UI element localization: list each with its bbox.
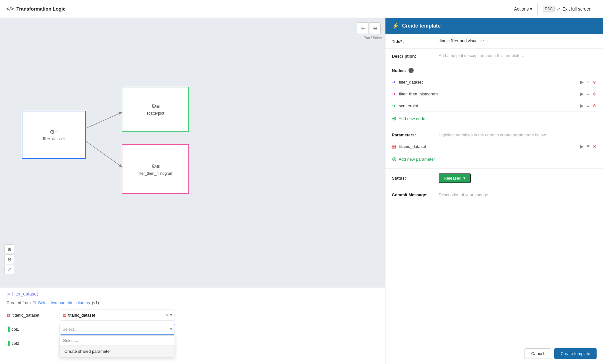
actions-label: Actions	[514, 6, 529, 12]
title-field-row: Title* : titanic filter and visualize	[385, 34, 603, 49]
nodes-label-text: Nodes:	[392, 68, 406, 73]
param-value-titanic: ▦ titanic_dataset × ▾	[60, 310, 175, 320]
status-chevron-icon: ▾	[463, 176, 466, 181]
bar-icon-col2: ▐	[6, 341, 10, 346]
param-label-col1: col1	[12, 327, 19, 332]
node-filter-actions: ▶ ≡ ⊗	[580, 79, 597, 85]
param-label-titanic: titanic_dataset	[12, 313, 39, 318]
node-arrow-pink: ➜	[392, 91, 396, 96]
zoom-out-button[interactable]: ⊖	[4, 255, 14, 264]
svg-line-0	[86, 112, 122, 128]
param-name-col1: ▐ col1	[6, 327, 54, 332]
create-shared-param-label: Create shared parameter	[64, 349, 111, 354]
status-label: Status:	[392, 176, 434, 181]
svg-line-1	[86, 141, 122, 167]
bottom-panel-header: ➜ filter_dataset	[6, 291, 379, 296]
col1-chevron-icon: ▾	[170, 327, 172, 331]
param-titanic-actions: ▶ ≡ ⊗	[580, 144, 597, 149]
titanic-value-text: titanic_dataset	[68, 313, 95, 318]
add-param-plus-icon: ⊕	[392, 156, 397, 163]
topbar-right: Actions ▾ ESC ⤢ Exit full screen	[509, 4, 597, 14]
node-scatter-actions: ▶ ≡ ⊗	[580, 103, 597, 108]
created-from-prefix: Created from	[6, 300, 31, 305]
node-histogram-menu-icon[interactable]: ≡	[587, 91, 590, 96]
zoom-in-button[interactable]: ⊕	[4, 244, 14, 254]
add-param-label: Add new parameter	[399, 157, 435, 162]
param-label-col2: col2	[12, 341, 19, 346]
parameters-hint: Highlight variables in the code to creat…	[439, 133, 546, 137]
created-from-row: Created from ⊡ Select two numeric column…	[6, 300, 379, 305]
node-arrow-blue: ➜	[392, 79, 396, 85]
main-layout: ✛ ⊕ Pan / Select ⚙≡ filter_dataset ⚙≡ sc…	[0, 18, 603, 364]
description-placeholder: Add a helpful description about this tem…	[439, 53, 524, 58]
select-tool-button[interactable]: ⊕	[369, 22, 381, 34]
table-icon-sm: ▦	[62, 313, 66, 318]
created-from-link[interactable]: Select two numeric columns	[38, 300, 90, 305]
col1-dropdown-search[interactable]	[60, 336, 175, 346]
zoom-fit-button[interactable]: ⤢	[4, 265, 14, 274]
add-node-label: Add new node	[399, 116, 425, 121]
node-scatter-expand-icon[interactable]: ▶	[580, 103, 584, 108]
titanic-select[interactable]: ▦ titanic_dataset × ▾	[60, 310, 175, 320]
esc-badge: ESC	[543, 6, 555, 12]
nodes-info-icon: i	[409, 68, 414, 73]
titanic-select-actions: × ▾	[165, 312, 172, 318]
node-list-name-histogram: filter_then_histogram	[399, 92, 577, 96]
node-scatter-remove-icon[interactable]: ⊗	[593, 103, 597, 108]
title-value: titanic filter and visualize	[439, 38, 597, 43]
node-arrow-green: ➜	[392, 103, 396, 108]
exit-fullscreen-button[interactable]: ESC ⤢ Exit full screen	[537, 4, 597, 14]
cancel-button[interactable]: Cancel	[525, 348, 551, 359]
node-histogram-expand-icon[interactable]: ▶	[580, 91, 584, 96]
created-from-version: (v1)	[92, 300, 99, 305]
node-filter-dataset[interactable]: ⚙≡ filter_dataset	[22, 111, 86, 159]
create-template-button[interactable]: Create template	[554, 348, 597, 359]
node-histogram-remove-icon[interactable]: ⊗	[593, 91, 597, 96]
params-header: Parameters: Highlight variables in the c…	[392, 133, 597, 137]
topbar: </> Transformation Logic Actions ▾ ESC ⤢…	[0, 0, 603, 18]
node-filter-menu-icon[interactable]: ≡	[587, 79, 590, 85]
topbar-title: </> Transformation Logic	[6, 6, 66, 12]
right-panel-footer: Cancel Create template	[385, 343, 603, 364]
canvas-area[interactable]: ✛ ⊕ Pan / Select ⚙≡ filter_dataset ⚙≡ sc…	[0, 18, 385, 364]
commit-placeholder: Description of your change...	[439, 192, 491, 197]
status-value: Released	[444, 176, 461, 181]
param-list-name-titanic: titanic_dataset	[399, 144, 577, 149]
filter-histogram-icon: ⚙≡	[151, 163, 160, 170]
param-titanic-remove-icon[interactable]: ⊗	[593, 144, 597, 149]
right-panel-body: Title* : titanic filter and visualize De…	[385, 34, 603, 343]
active-node-indicator: ➜ filter_dataset	[6, 291, 38, 296]
create-shared-param-option[interactable]: Create shared parameter	[60, 346, 175, 357]
param-titanic-expand-icon[interactable]: ▶	[580, 144, 584, 149]
actions-button[interactable]: Actions ▾	[509, 4, 537, 14]
description-label: Description:	[392, 53, 434, 59]
bar-icon-col1: ▐	[6, 327, 10, 332]
filter-dataset-icon: ⚙≡	[50, 128, 58, 135]
pan-tool-button[interactable]: ✛	[357, 22, 368, 34]
add-new-parameter-button[interactable]: ⊕ Add new parameter	[392, 152, 435, 164]
col1-dropdown-menu: Create shared parameter	[60, 335, 175, 357]
node-scatterplot[interactable]: ⚙≡ scatterplot	[122, 87, 189, 132]
node-scatter-menu-icon[interactable]: ≡	[587, 103, 590, 108]
param-name-col2: ▐ col2	[6, 341, 54, 346]
commit-label: Commit Message:	[392, 192, 434, 197]
title-label: Title* :	[392, 38, 434, 44]
status-badge-button[interactable]: Released ▾	[439, 173, 471, 183]
status-row: Status: Released ▾	[392, 173, 597, 183]
scatterplot-label: scatterplot	[146, 111, 164, 116]
col1-select[interactable]: Select... ▾	[60, 324, 175, 335]
node-filter-expand-icon[interactable]: ▶	[580, 79, 584, 85]
titanic-selected-value: ▦ titanic_dataset	[62, 313, 95, 318]
node-filter-remove-icon[interactable]: ⊗	[593, 79, 597, 85]
clear-titanic-button[interactable]: ×	[165, 312, 168, 318]
param-titanic-menu-icon[interactable]: ≡	[587, 144, 590, 149]
commit-message-row: Commit Message: Description of your chan…	[385, 188, 603, 202]
zoom-controls: ⊕ ⊖ ⤢	[4, 244, 14, 274]
scatterplot-icon: ⚙≡	[151, 103, 160, 110]
add-new-node-button[interactable]: ⊕ Add new node	[392, 112, 425, 123]
table-icon: ▦	[6, 312, 11, 318]
node-filter-histogram[interactable]: ⚙≡ filter_then_histogram	[122, 144, 189, 194]
create-label: Create template	[561, 351, 591, 356]
filter-histogram-label: filter_then_histogram	[137, 171, 173, 176]
right-panel: ⚡ Create template Title* : titanic filte…	[385, 18, 603, 364]
